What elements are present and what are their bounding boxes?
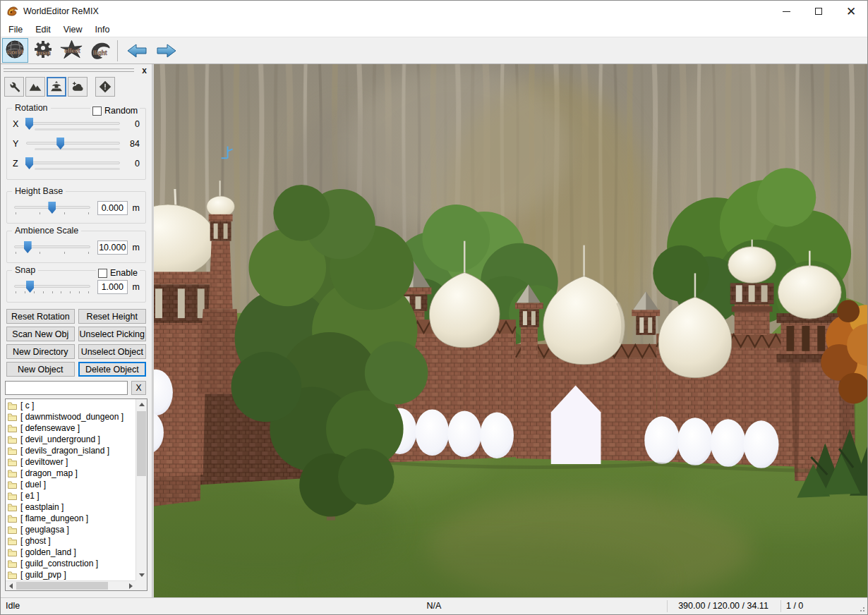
list-item[interactable]: [ ghost ] bbox=[6, 535, 135, 547]
forward-button[interactable] bbox=[152, 39, 181, 63]
close-button[interactable]: ✕ bbox=[835, 1, 867, 22]
list-horizontal-scrollbar[interactable] bbox=[6, 580, 135, 590]
maximize-icon bbox=[815, 8, 822, 15]
list-item[interactable]: [ c ] bbox=[6, 400, 135, 411]
main-toolbar: world msm bbox=[1, 37, 867, 63]
msm-mode-button[interactable]: msm bbox=[30, 38, 56, 63]
tab-objects[interactable] bbox=[47, 77, 66, 97]
new-object-button[interactable]: New Object bbox=[6, 362, 75, 377]
folder-icon bbox=[8, 447, 17, 455]
delete-object-button[interactable]: Delete Object bbox=[78, 362, 147, 377]
toolbar-separator bbox=[117, 40, 118, 61]
effect-mode-button[interactable]: effect bbox=[59, 38, 85, 63]
mountain-icon bbox=[28, 80, 42, 94]
snap-slider[interactable] bbox=[13, 280, 92, 294]
height-base-unit: m bbox=[133, 203, 140, 213]
scroll-down-icon[interactable] bbox=[136, 570, 147, 580]
rotation-y-slider[interactable] bbox=[25, 137, 121, 151]
wrench-icon bbox=[7, 80, 21, 94]
list-item[interactable]: [ eastplain ] bbox=[6, 501, 135, 513]
list-item[interactable]: [ geuglagsa ] bbox=[6, 524, 135, 535]
rotation-group-label: Rotation bbox=[12, 103, 51, 113]
tab-wrench[interactable] bbox=[4, 77, 24, 97]
snap-value[interactable]: 1.000 bbox=[97, 280, 128, 294]
rotation-x-row: X 0 bbox=[13, 114, 140, 134]
scroll-right-icon[interactable] bbox=[126, 581, 135, 591]
folder-icon bbox=[8, 413, 17, 421]
resize-grip[interactable] bbox=[858, 605, 865, 612]
unselect-picking-button[interactable]: Unselect Picking bbox=[78, 327, 147, 341]
window-title: WorldEditor ReMIX bbox=[23, 6, 99, 16]
snap-enable-checkbox[interactable]: Enable bbox=[96, 268, 140, 278]
snap-enable-checkbox-box[interactable] bbox=[98, 269, 107, 278]
list-item[interactable]: [ duel ] bbox=[6, 479, 135, 490]
rotation-z-slider[interactable] bbox=[25, 157, 121, 171]
new-directory-button[interactable]: New Directory bbox=[6, 344, 75, 359]
ambience-scale-slider[interactable] bbox=[13, 240, 92, 255]
list-item[interactable]: [ e1 ] bbox=[6, 490, 135, 501]
maximize-button[interactable] bbox=[802, 1, 835, 22]
list-item[interactable]: [ devils_dragon_island ] bbox=[6, 445, 135, 456]
swirl-icon: flight bbox=[88, 39, 112, 62]
folder-icon bbox=[8, 470, 17, 477]
clear-search-button[interactable]: X bbox=[131, 381, 146, 395]
list-item[interactable]: [ deviltower ] bbox=[6, 456, 135, 468]
back-button[interactable] bbox=[122, 39, 152, 63]
alert-diamond-icon bbox=[98, 80, 112, 94]
list-item[interactable]: [ golden_land ] bbox=[6, 547, 135, 558]
panel-close-icon[interactable]: x bbox=[140, 67, 149, 74]
viewport-3d[interactable] bbox=[152, 64, 867, 597]
snap-group: Snap Enable 1.000 m bbox=[6, 270, 146, 303]
height-base-value[interactable]: 0.000 bbox=[97, 201, 128, 215]
temple-icon bbox=[49, 80, 64, 94]
gear-icon: msm bbox=[32, 39, 55, 62]
random-checkbox-box[interactable] bbox=[92, 106, 102, 116]
folder-icon bbox=[8, 492, 17, 500]
rotation-x-slider[interactable] bbox=[25, 117, 121, 131]
folder-list[interactable]: [ c ] [ dawnmistwood_dungeon ] bbox=[5, 398, 147, 591]
scroll-up-icon[interactable] bbox=[136, 399, 147, 410]
search-input[interactable] bbox=[5, 381, 128, 395]
list-item[interactable]: [ devil_underground ] bbox=[6, 434, 135, 445]
ambience-scale-label: Ambience Scale bbox=[12, 226, 81, 236]
list-item[interactable]: [ guild_construction ] bbox=[6, 558, 135, 569]
menu-file[interactable]: File bbox=[2, 23, 29, 37]
world-mode-button[interactable]: world bbox=[2, 38, 28, 63]
list-vertical-scrollbar[interactable] bbox=[135, 399, 147, 580]
tab-environment[interactable] bbox=[68, 77, 88, 97]
list-item[interactable]: [ defensewave ] bbox=[6, 422, 135, 434]
height-base-group: Height Base 0.000 m bbox=[6, 191, 146, 224]
horizontal-scroll-thumb[interactable] bbox=[16, 582, 108, 590]
folder-icon bbox=[8, 537, 17, 545]
rotation-z-value: 0 bbox=[121, 159, 140, 169]
list-item[interactable]: [ flame_dungeon ] bbox=[6, 513, 135, 524]
panel-drag-grip[interactable] bbox=[4, 68, 134, 72]
title-bar: WorldEditor ReMIX ✕ bbox=[1, 1, 867, 22]
reset-rotation-button[interactable]: Reset Rotation bbox=[6, 309, 75, 324]
ambience-scale-value[interactable]: 10.000 bbox=[97, 240, 128, 255]
height-base-slider[interactable] bbox=[13, 201, 92, 215]
flight-mode-button[interactable]: flight bbox=[87, 38, 113, 63]
world-icon: world bbox=[4, 39, 27, 62]
list-item[interactable]: [ dawnmistwood_dungeon ] bbox=[6, 411, 135, 422]
status-bar: Idle N/A 390.00 / 120.00 / 34.11 1 / 0 bbox=[1, 597, 867, 614]
menu-info[interactable]: Info bbox=[89, 23, 116, 37]
scan-new-obj-button[interactable]: Scan New Obj bbox=[6, 327, 75, 341]
scroll-left-icon[interactable] bbox=[6, 581, 16, 591]
tab-terrain[interactable] bbox=[25, 77, 45, 97]
list-item[interactable]: [ guild_pvp ] bbox=[6, 569, 135, 580]
panel-header[interactable]: x bbox=[1, 64, 152, 75]
reset-height-button[interactable]: Reset Height bbox=[78, 309, 147, 324]
folder-icon bbox=[8, 549, 17, 556]
random-checkbox[interactable]: Random bbox=[90, 106, 140, 116]
svg-text:effect: effect bbox=[64, 48, 80, 54]
minimize-button[interactable] bbox=[770, 1, 802, 22]
close-icon: ✕ bbox=[846, 6, 856, 18]
menu-edit[interactable]: Edit bbox=[29, 23, 57, 37]
menu-view[interactable]: View bbox=[57, 23, 89, 37]
unselect-object-button[interactable]: Unselect Object bbox=[78, 344, 147, 359]
folder-icon bbox=[8, 425, 17, 432]
vertical-scroll-thumb[interactable] bbox=[137, 411, 146, 476]
tab-attributes[interactable] bbox=[95, 77, 115, 97]
list-item[interactable]: [ dragon_map ] bbox=[6, 468, 135, 479]
